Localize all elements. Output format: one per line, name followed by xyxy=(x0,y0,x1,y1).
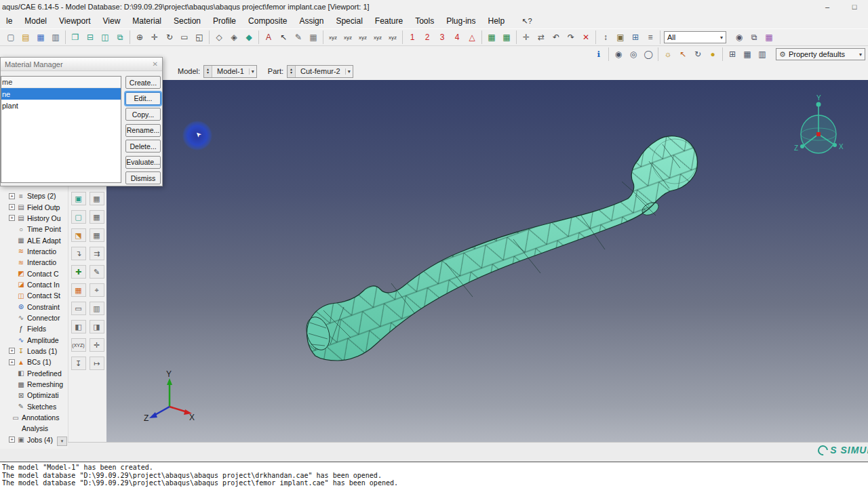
tree-item[interactable]: + ▦ ALE Adapt xyxy=(0,235,68,245)
light-icon[interactable]: ☼ xyxy=(660,47,675,61)
expand-icon[interactable]: + xyxy=(9,204,15,210)
create-skin-icon[interactable]: ✚ xyxy=(71,265,86,279)
open-model-icon[interactable]: ▤ xyxy=(18,30,33,44)
grid-snap-icon[interactable]: ⊞ xyxy=(725,47,740,61)
section-manager-icon[interactable]: ▦ xyxy=(90,210,104,224)
menu-item[interactable]: le xyxy=(0,15,18,27)
tree-item[interactable]: + ⊠ Optimizati xyxy=(0,390,68,401)
zoom-box-icon[interactable]: ▭ xyxy=(177,30,192,44)
save-model-icon[interactable]: ▦ xyxy=(33,30,48,44)
tree-item[interactable]: + ≡ Steps (2) xyxy=(0,190,68,201)
tree-item[interactable]: + ▤ Field Outp xyxy=(0,201,68,212)
tree-item[interactable]: + ƒ Fields xyxy=(0,323,68,334)
create-section-icon[interactable]: ▢ xyxy=(71,210,86,224)
offset-icon[interactable]: ↧ xyxy=(71,357,86,370)
csys-rect-icon[interactable]: xyz xyxy=(326,30,340,44)
property-defaults-combo[interactable]: ⚙ Property defaults ▾ xyxy=(776,48,865,60)
menu-item[interactable]: Profile xyxy=(207,15,242,27)
dialog-title-bar[interactable]: Material Manager ✕ xyxy=(1,58,162,71)
undo-icon[interactable]: ↶ xyxy=(549,30,564,44)
datum-icon[interactable]: ✛ xyxy=(519,30,534,44)
menu-item[interactable]: Plug-ins xyxy=(440,15,481,27)
spinner-icon[interactable]: ▴▾ xyxy=(204,66,212,77)
spinner-icon[interactable]: ▴▾ xyxy=(288,66,296,77)
tree-scroll-down-button[interactable]: ▾ xyxy=(57,436,67,446)
context-help-icon[interactable]: ↖? xyxy=(521,17,532,26)
view-back-icon[interactable]: 2 xyxy=(420,30,435,44)
expand-icon[interactable]: + xyxy=(9,193,15,199)
tree-item[interactable]: + Analysis xyxy=(0,423,68,434)
view-front-icon[interactable]: 1 xyxy=(405,30,420,44)
annotation-icon[interactable]: A xyxy=(261,30,276,44)
model-combo[interactable]: ▴▾ Model-1 ▾ xyxy=(203,65,257,78)
hidden-line-icon[interactable]: ◈ xyxy=(226,30,241,44)
parallel-icon[interactable]: ◎ xyxy=(626,47,641,61)
orbit-icon[interactable]: ◯ xyxy=(641,47,656,61)
perspective-icon[interactable]: ◉ xyxy=(611,47,626,61)
menu-item[interactable]: Model xyxy=(18,15,53,27)
tree-item[interactable]: + ○ Time Point xyxy=(0,224,68,235)
axis-icon[interactable]: ✛ xyxy=(90,338,104,352)
tree-item[interactable]: + ▤ History Ou xyxy=(0,213,68,224)
tree-item[interactable]: + ▲ BCs (1) xyxy=(0,357,68,367)
magnify-icon[interactable]: ⊕ xyxy=(132,30,147,44)
measure-icon[interactable]: ↦ xyxy=(90,357,104,370)
rename-button[interactable]: Rename... xyxy=(125,124,161,137)
cascade-viewport-icon[interactable]: ⧉ xyxy=(113,30,127,44)
tree-item[interactable]: + ▩ Remeshing xyxy=(0,379,68,390)
select-cursor-icon[interactable]: ↖ xyxy=(276,30,291,44)
field-report-icon[interactable]: ▦ xyxy=(484,30,499,44)
expand-icon[interactable]: + xyxy=(9,215,15,221)
assign-rebar-icon[interactable]: ⇉ xyxy=(90,247,104,260)
redo-icon[interactable]: ↷ xyxy=(564,30,578,44)
view-left-icon[interactable]: 3 xyxy=(435,30,450,44)
menu-item[interactable]: Help xyxy=(482,15,511,27)
tree-item[interactable]: + ◩ Contact C xyxy=(0,268,68,279)
render-options-icon[interactable]: ▣ xyxy=(613,30,628,44)
menu-item[interactable]: View xyxy=(97,15,127,27)
rotate-view-icon[interactable]: ↻ xyxy=(162,30,177,44)
wireframe-icon[interactable]: ◇ xyxy=(212,30,226,44)
tree-item[interactable]: + ≋ Interactio xyxy=(0,246,68,257)
menu-item[interactable]: Feature xyxy=(369,15,409,27)
print-icon[interactable]: ▥ xyxy=(48,30,63,44)
section-assignment-manager-icon[interactable]: ▦ xyxy=(90,228,104,242)
refresh-icon[interactable]: ↻ xyxy=(690,47,705,61)
tree-item[interactable]: + ✎ Sketches xyxy=(0,401,68,412)
tree-item[interactable]: + ⊛ Constraint xyxy=(0,301,68,312)
csys-offset-icon[interactable]: xyz xyxy=(385,30,400,44)
selection-filter-combo[interactable]: All ▾ xyxy=(664,31,726,43)
tree-item[interactable]: + ↧ Loads (1) xyxy=(0,346,68,357)
menu-item[interactable]: Assign xyxy=(293,15,330,27)
close-icon[interactable]: ✕ xyxy=(153,60,158,68)
xyz-label-icon[interactable]: (XYZ) xyxy=(71,338,86,352)
csys-datum-icon[interactable]: xyz xyxy=(370,30,385,44)
layers-icon[interactable]: ⧉ xyxy=(747,30,762,44)
view-options-icon[interactable]: ▥ xyxy=(755,47,770,61)
minimize-button[interactable]: – xyxy=(814,1,841,14)
menu-item[interactable]: Material xyxy=(126,15,167,27)
delete-button[interactable]: Delete... xyxy=(125,140,161,152)
dismiss-button[interactable]: Dismiss xyxy=(125,171,161,184)
partition-icon[interactable]: ◧ xyxy=(71,320,86,333)
display-group-icon[interactable]: ⊞ xyxy=(628,30,643,44)
tree-item[interactable]: + ◧ Predefined xyxy=(0,368,68,379)
orientation-compass[interactable]: Y Z X xyxy=(794,94,844,153)
material-row-implant[interactable]: plant xyxy=(1,100,121,111)
menu-item[interactable]: Tools xyxy=(409,15,440,27)
tree-item[interactable]: + ∿ Connector xyxy=(0,312,68,323)
copy-button[interactable]: Copy... xyxy=(125,108,161,121)
color-palette-icon[interactable]: ▦ xyxy=(740,47,755,61)
csys-sph-icon[interactable]: xyz xyxy=(355,30,370,44)
list-icon[interactable]: ≡ xyxy=(643,30,658,44)
assign-section-icon[interactable]: ⬔ xyxy=(71,228,86,242)
evaluate-button[interactable]: Evaluate... xyxy=(125,156,161,169)
viewport-canvas[interactable]: Y X Z Y Z X ➤ xyxy=(106,80,868,442)
edit-icon[interactable]: ✎ xyxy=(291,30,306,44)
tree-item[interactable]: + ≋ Interactio xyxy=(0,257,68,268)
view-iso-icon[interactable]: △ xyxy=(465,30,479,44)
sort-icon[interactable]: ↕ xyxy=(598,30,613,44)
tree-item[interactable]: + ◫ Contact St xyxy=(0,290,68,301)
menu-item[interactable]: Viewport xyxy=(53,15,96,27)
visible-objects-icon[interactable]: ◉ xyxy=(732,30,747,44)
